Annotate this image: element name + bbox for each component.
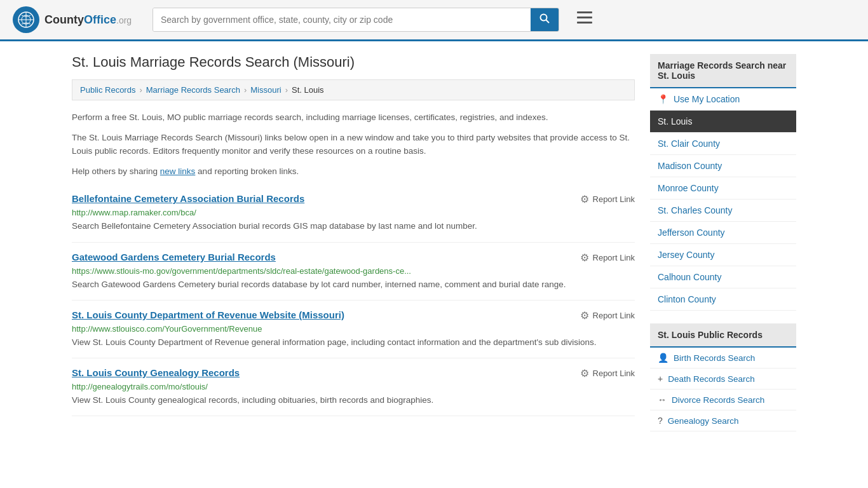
- result-title-2[interactable]: St. Louis County Department of Revenue W…: [72, 309, 344, 320]
- pub-records-icon-3: ?: [658, 416, 663, 426]
- svg-rect-6: [577, 11, 592, 13]
- sidebar-nearby-item-7[interactable]: Calhoun County: [650, 266, 796, 288]
- result-desc-0: Search Bellefontaine Cemetery Associatio…: [72, 220, 635, 233]
- sidebar-use-location[interactable]: 📍 Use My Location: [650, 88, 796, 111]
- result-header: Gatewood Gardens Cemetery Burial Records…: [72, 252, 635, 264]
- content-area: St. Louis Marriage Records Search (Misso…: [72, 54, 635, 444]
- logo-link[interactable]: CountyOffice.org: [13, 6, 140, 33]
- sidebar-nearby-item-3[interactable]: Monroe County: [650, 177, 796, 200]
- pub-records-icon-1: +: [658, 374, 663, 384]
- search-button[interactable]: [531, 8, 559, 31]
- sidebar-public-records-section: St. Louis Public Records 👤 Birth Records…: [650, 323, 796, 431]
- results-container: Bellefontaine Cemetery Association Buria…: [72, 184, 635, 416]
- sidebar-nearby-section: Marriage Records Search near St. Louis 📍…: [650, 54, 796, 311]
- breadcrumb-sep-1: ›: [139, 85, 142, 95]
- report-label-1: Report Link: [593, 253, 635, 262]
- svg-line-5: [546, 20, 550, 24]
- report-link-1[interactable]: ⚙ Report Link: [580, 252, 635, 264]
- report-link-0[interactable]: ⚙ Report Link: [580, 193, 635, 205]
- desc-para-1: Perform a free St. Louis, MO public marr…: [72, 111, 635, 125]
- result-url-3[interactable]: http://genealogytrails.com/mo/stlouis/: [72, 382, 635, 391]
- result-item: St. Louis County Genealogy Records ⚙ Rep…: [72, 358, 635, 416]
- sidebar-nearby-item-6[interactable]: Jersey County: [650, 244, 796, 266]
- result-item: St. Louis County Department of Revenue W…: [72, 301, 635, 358]
- sidebar-nearby-label-0: St. Louis: [658, 116, 692, 126]
- desc-para-2: The St. Louis Marriage Records Search (M…: [72, 131, 635, 158]
- report-label-3: Report Link: [593, 369, 635, 378]
- result-desc-1: Search Gatewood Gardens Cemetery burial …: [72, 278, 635, 291]
- result-item: Gatewood Gardens Cemetery Burial Records…: [72, 243, 635, 301]
- sidebar-nearby-items: St. LouisSt. Clair CountyMadison CountyM…: [650, 111, 796, 311]
- svg-point-4: [541, 15, 547, 21]
- breadcrumb-public-records[interactable]: Public Records: [80, 85, 135, 95]
- pub-records-item-0: 👤 Birth Records Search: [650, 348, 796, 369]
- result-title-1[interactable]: Gatewood Gardens Cemetery Burial Records: [72, 252, 276, 262]
- sidebar-nearby-item-2[interactable]: Madison County: [650, 155, 796, 177]
- search-area: [153, 8, 559, 32]
- location-pin-icon: 📍: [658, 94, 668, 104]
- sidebar-nearby-item-5[interactable]: Jefferson County: [650, 222, 796, 244]
- sidebar-nearby-link-6[interactable]: Jersey County: [658, 250, 714, 260]
- page-header: CountyOffice.org: [0, 0, 868, 41]
- sidebar-nearby-link-3[interactable]: Monroe County: [658, 183, 719, 193]
- result-title-3[interactable]: St. Louis County Genealogy Records: [72, 367, 240, 378]
- result-url-0[interactable]: http://www.map.ramaker.com/bca/: [72, 208, 635, 217]
- pub-records-link-3[interactable]: Genealogy Search: [668, 416, 739, 426]
- breadcrumb-sep-2: ›: [244, 85, 247, 95]
- main-container: St. Louis Marriage Records Search (Misso…: [59, 41, 809, 457]
- menu-button[interactable]: [572, 9, 597, 30]
- breadcrumb: Public Records › Marriage Records Search…: [72, 79, 635, 100]
- sidebar-nearby-link-4[interactable]: St. Charles County: [658, 205, 733, 215]
- report-icon-2: ⚙: [580, 309, 589, 322]
- page-title: St. Louis Marriage Records Search (Misso…: [72, 54, 635, 71]
- pub-records-link-0[interactable]: Birth Records Search: [674, 353, 755, 363]
- sidebar-nearby-item-0[interactable]: St. Louis: [650, 111, 796, 133]
- breadcrumb-sep-3: ›: [285, 85, 288, 95]
- logo-icon: [13, 6, 39, 33]
- result-title-0[interactable]: Bellefontaine Cemetery Association Buria…: [72, 193, 304, 204]
- report-label-0: Report Link: [593, 194, 635, 204]
- sidebar-nearby-link-8[interactable]: Clinton County: [658, 294, 716, 304]
- report-label-2: Report Link: [593, 311, 635, 320]
- breadcrumb-marriage-records-search[interactable]: Marriage Records Search: [146, 85, 240, 95]
- sidebar-nearby-link-5[interactable]: Jefferson County: [658, 227, 725, 238]
- result-url-2[interactable]: http://www.stlouisco.com/YourGovernment/…: [72, 324, 635, 334]
- pub-records-item-3: ? Genealogy Search: [650, 410, 796, 431]
- sidebar-public-records-header: St. Louis Public Records: [650, 323, 796, 348]
- pub-records-link-1[interactable]: Death Records Search: [668, 374, 755, 384]
- sidebar-nearby-item-1[interactable]: St. Clair County: [650, 133, 796, 155]
- logo-text: CountyOffice.org: [44, 13, 132, 27]
- report-icon-0: ⚙: [580, 193, 589, 205]
- result-item: Bellefontaine Cemetery Association Buria…: [72, 184, 635, 242]
- result-url-1[interactable]: https://www.stlouis-mo.gov/government/de…: [72, 266, 635, 276]
- desc-para-3: Help others by sharing new links and rep…: [72, 165, 635, 179]
- result-header: Bellefontaine Cemetery Association Buria…: [72, 193, 635, 205]
- pub-records-icon-0: 👤: [658, 353, 668, 363]
- sidebar-nearby-link-1[interactable]: St. Clair County: [658, 139, 720, 149]
- report-link-2[interactable]: ⚙ Report Link: [580, 309, 635, 322]
- sidebar-nearby-item-8[interactable]: Clinton County: [650, 288, 796, 311]
- breadcrumb-current: St. Louis: [292, 85, 324, 95]
- sidebar: Marriage Records Search near St. Louis 📍…: [650, 54, 796, 444]
- result-desc-3: View St. Louis County genealogical recor…: [72, 394, 635, 407]
- report-icon-3: ⚙: [580, 367, 589, 379]
- use-location-link[interactable]: Use My Location: [674, 94, 740, 104]
- sidebar-nearby-item-4[interactable]: St. Charles County: [650, 200, 796, 222]
- sidebar-nearby-link-2[interactable]: Madison County: [658, 161, 722, 171]
- report-icon-1: ⚙: [580, 252, 589, 264]
- svg-rect-7: [577, 17, 592, 18]
- sidebar-nearby-header: Marriage Records Search near St. Louis: [650, 54, 796, 88]
- result-desc-2: View St. Louis County Department of Reve…: [72, 336, 635, 349]
- pub-records-item-1: + Death Records Search: [650, 369, 796, 390]
- sidebar-nearby-link-7[interactable]: Calhoun County: [658, 272, 721, 282]
- pub-records-icon-2: ↔: [658, 395, 667, 405]
- pub-records-item-2: ↔ Divorce Records Search: [650, 390, 796, 410]
- svg-rect-8: [577, 22, 592, 24]
- report-link-3[interactable]: ⚙ Report Link: [580, 367, 635, 379]
- pub-records-link-2[interactable]: Divorce Records Search: [672, 395, 764, 405]
- result-header: St. Louis County Department of Revenue W…: [72, 309, 635, 322]
- new-links-link[interactable]: new links: [160, 166, 196, 176]
- breadcrumb-missouri[interactable]: Missouri: [250, 85, 281, 95]
- search-input[interactable]: [153, 8, 531, 31]
- result-header: St. Louis County Genealogy Records ⚙ Rep…: [72, 367, 635, 379]
